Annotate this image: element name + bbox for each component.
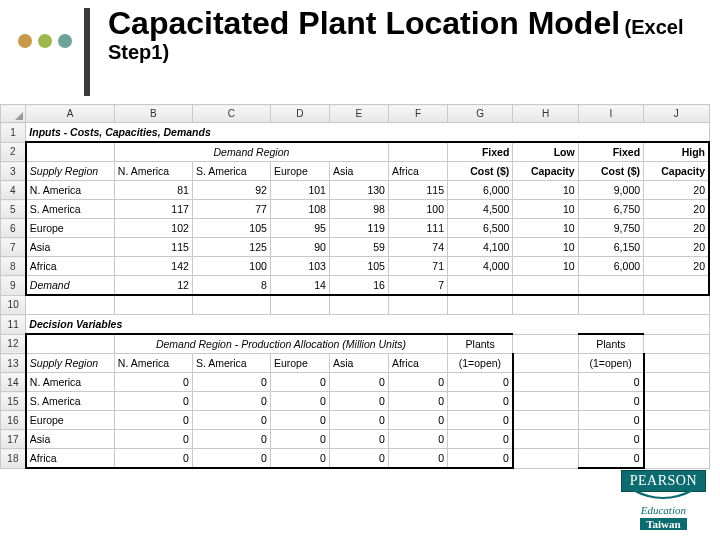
cell[interactable] — [26, 142, 115, 162]
cell[interactable]: 0 — [578, 373, 643, 392]
cell[interactable] — [644, 295, 709, 315]
cell[interactable]: 0 — [447, 392, 512, 411]
cell[interactable]: 59 — [329, 238, 388, 257]
col-header[interactable]: I — [578, 105, 643, 123]
cell[interactable]: S. America — [26, 392, 115, 411]
cell[interactable]: 0 — [447, 411, 512, 430]
cell[interactable]: 0 — [270, 430, 329, 449]
cell[interactable]: 16 — [329, 276, 388, 296]
cell[interactable]: 20 — [644, 181, 709, 200]
cell[interactable]: 117 — [114, 200, 192, 219]
cell[interactable]: Demand Region — [114, 142, 388, 162]
cell[interactable]: 4,000 — [447, 257, 512, 276]
row-header[interactable]: 2 — [1, 142, 26, 162]
cell[interactable]: 0 — [447, 449, 512, 469]
cell[interactable] — [644, 276, 709, 296]
cell[interactable]: 0 — [192, 430, 270, 449]
col-header[interactable]: F — [388, 105, 447, 123]
cell[interactable] — [513, 411, 578, 430]
cell[interactable] — [513, 392, 578, 411]
cell[interactable]: 0 — [270, 411, 329, 430]
cell[interactable]: Asia — [26, 430, 115, 449]
cell[interactable]: Plants — [447, 334, 512, 354]
cell[interactable]: 0 — [447, 373, 512, 392]
cell[interactable]: 0 — [270, 449, 329, 469]
cell[interactable]: 105 — [192, 219, 270, 238]
cell[interactable]: 90 — [270, 238, 329, 257]
cell[interactable] — [513, 449, 578, 469]
cell[interactable]: 0 — [329, 430, 388, 449]
cell[interactable]: S. America — [26, 200, 115, 219]
cell[interactable]: 0 — [329, 411, 388, 430]
row-header[interactable]: 1 — [1, 123, 26, 143]
cell[interactable]: Asia — [329, 162, 388, 181]
cell[interactable]: 115 — [388, 181, 447, 200]
cell[interactable]: 92 — [192, 181, 270, 200]
col-header[interactable]: D — [270, 105, 329, 123]
cell[interactable]: 10 — [513, 238, 578, 257]
cell[interactable]: 125 — [192, 238, 270, 257]
col-header[interactable]: E — [329, 105, 388, 123]
cell[interactable] — [447, 276, 512, 296]
col-header[interactable]: A — [26, 105, 115, 123]
cell[interactable]: 105 — [329, 257, 388, 276]
row-header[interactable]: 11 — [1, 315, 26, 335]
cell[interactable]: 103 — [270, 257, 329, 276]
cell[interactable]: 0 — [329, 392, 388, 411]
cell[interactable]: 0 — [114, 449, 192, 469]
cell[interactable] — [644, 354, 709, 373]
cell[interactable] — [513, 354, 578, 373]
cell[interactable]: 0 — [114, 430, 192, 449]
cell[interactable] — [388, 295, 447, 315]
select-all-corner[interactable] — [1, 105, 26, 123]
col-header[interactable]: C — [192, 105, 270, 123]
cell[interactable]: 0 — [329, 373, 388, 392]
row-header[interactable]: 18 — [1, 449, 26, 469]
cell[interactable]: 0 — [192, 373, 270, 392]
cell[interactable] — [513, 373, 578, 392]
cell[interactable] — [644, 373, 709, 392]
cell[interactable]: 77 — [192, 200, 270, 219]
cell[interactable] — [26, 295, 115, 315]
cell[interactable]: Cost ($) — [447, 162, 512, 181]
cell[interactable]: 20 — [644, 219, 709, 238]
cell[interactable]: (1=open) — [447, 354, 512, 373]
cell[interactable]: 6,000 — [578, 257, 643, 276]
cell[interactable]: 0 — [114, 411, 192, 430]
cell[interactable]: 4,500 — [447, 200, 512, 219]
cell[interactable]: 6,000 — [447, 181, 512, 200]
cell[interactable]: Africa — [26, 257, 115, 276]
col-header[interactable]: H — [513, 105, 578, 123]
cell[interactable] — [578, 295, 643, 315]
cell[interactable]: 0 — [447, 430, 512, 449]
cell[interactable] — [388, 142, 447, 162]
row-header[interactable]: 9 — [1, 276, 26, 296]
cell[interactable] — [644, 449, 709, 469]
cell[interactable]: Low — [513, 142, 578, 162]
cell[interactable]: Supply Region — [26, 354, 115, 373]
cell[interactable] — [644, 334, 709, 354]
cell[interactable]: 0 — [329, 449, 388, 469]
cell[interactable]: N. America — [26, 373, 115, 392]
cell[interactable]: High — [644, 142, 709, 162]
cell[interactable]: Europe — [270, 162, 329, 181]
row-header[interactable]: 13 — [1, 354, 26, 373]
cell[interactable]: 0 — [578, 449, 643, 469]
cell[interactable]: 102 — [114, 219, 192, 238]
row-header[interactable]: 17 — [1, 430, 26, 449]
cell[interactable]: 130 — [329, 181, 388, 200]
cell[interactable]: 6,150 — [578, 238, 643, 257]
col-header[interactable]: B — [114, 105, 192, 123]
row-header[interactable]: 12 — [1, 334, 26, 354]
cell[interactable]: 0 — [578, 392, 643, 411]
cell[interactable]: 20 — [644, 257, 709, 276]
cell[interactable]: Demand — [26, 276, 115, 296]
cell[interactable]: 119 — [329, 219, 388, 238]
col-header[interactable]: G — [447, 105, 512, 123]
cell[interactable]: Fixed — [447, 142, 512, 162]
cell[interactable] — [447, 295, 512, 315]
cell[interactable]: 12 — [114, 276, 192, 296]
cell[interactable]: 0 — [114, 392, 192, 411]
cell[interactable]: 4,100 — [447, 238, 512, 257]
cell[interactable]: 0 — [578, 411, 643, 430]
